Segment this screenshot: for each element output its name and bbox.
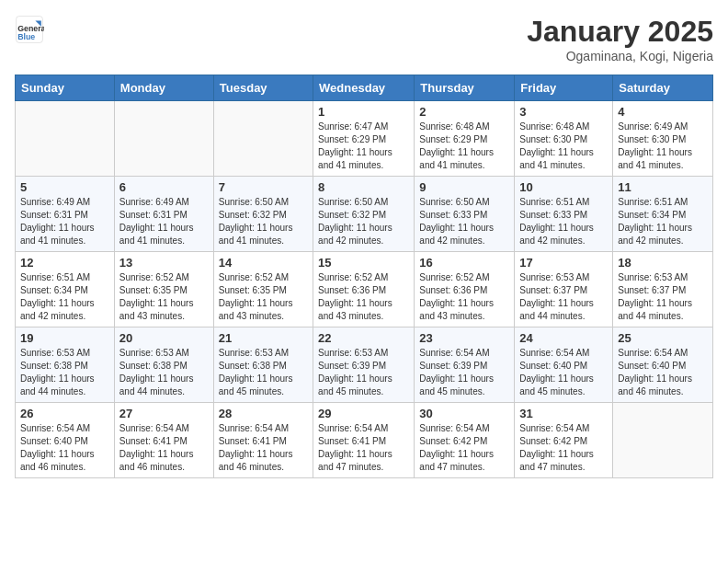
day-info: Sunrise: 6:54 AMSunset: 6:40 PMDaylight:… — [618, 347, 708, 398]
page-header: General Blue January 2025 Ogaminana, Kog… — [15, 15, 713, 63]
calendar-week-2: 5Sunrise: 6:49 AMSunset: 6:31 PMDaylight… — [16, 177, 713, 252]
day-number: 8 — [318, 180, 409, 194]
calendar-cell: 1Sunrise: 6:47 AMSunset: 6:29 PMDaylight… — [313, 101, 415, 177]
day-info: Sunrise: 6:49 AMSunset: 6:30 PMDaylight:… — [618, 121, 708, 172]
day-number: 9 — [419, 180, 509, 194]
day-number: 29 — [318, 407, 409, 420]
calendar-cell: 4Sunrise: 6:49 AMSunset: 6:30 PMDaylight… — [613, 101, 713, 177]
day-info: Sunrise: 6:50 AMSunset: 6:33 PMDaylight:… — [419, 196, 509, 247]
day-info: Sunrise: 6:49 AMSunset: 6:31 PMDaylight:… — [20, 196, 109, 247]
day-info: Sunrise: 6:53 AMSunset: 6:37 PMDaylight:… — [618, 271, 708, 323]
day-number: 24 — [519, 331, 608, 345]
calendar-cell — [114, 101, 213, 177]
calendar-cell: 30Sunrise: 6:54 AMSunset: 6:42 PMDayligh… — [415, 403, 515, 478]
day-number: 20 — [119, 331, 209, 345]
calendar-table: SundayMondayTuesdayWednesdayThursdayFrid… — [15, 75, 713, 478]
calendar-cell: 9Sunrise: 6:50 AMSunset: 6:33 PMDaylight… — [415, 177, 515, 252]
day-number: 21 — [219, 331, 308, 345]
day-info: Sunrise: 6:54 AMSunset: 6:41 PMDaylight:… — [219, 422, 308, 474]
day-number: 14 — [219, 256, 308, 270]
calendar-cell: 29Sunrise: 6:54 AMSunset: 6:41 PMDayligh… — [313, 403, 415, 478]
calendar-cell: 21Sunrise: 6:53 AMSunset: 6:38 PMDayligh… — [213, 327, 313, 403]
calendar-cell: 11Sunrise: 6:51 AMSunset: 6:34 PMDayligh… — [613, 177, 713, 252]
calendar-cell: 26Sunrise: 6:54 AMSunset: 6:40 PMDayligh… — [16, 403, 115, 478]
calendar-week-3: 12Sunrise: 6:51 AMSunset: 6:34 PMDayligh… — [16, 252, 713, 327]
day-number: 5 — [20, 180, 109, 194]
calendar-cell: 25Sunrise: 6:54 AMSunset: 6:40 PMDayligh… — [613, 327, 713, 403]
calendar-week-5: 26Sunrise: 6:54 AMSunset: 6:40 PMDayligh… — [16, 403, 713, 478]
day-number: 7 — [219, 180, 308, 194]
day-info: Sunrise: 6:54 AMSunset: 6:42 PMDaylight:… — [519, 422, 608, 474]
day-number: 22 — [318, 331, 409, 345]
weekday-header-saturday: Saturday — [613, 75, 713, 101]
calendar-cell: 5Sunrise: 6:49 AMSunset: 6:31 PMDaylight… — [16, 177, 115, 252]
day-number: 30 — [419, 407, 509, 420]
day-info: Sunrise: 6:54 AMSunset: 6:41 PMDaylight:… — [318, 422, 409, 474]
day-number: 17 — [519, 256, 608, 270]
day-number: 23 — [419, 331, 509, 345]
day-number: 3 — [519, 105, 608, 119]
calendar-cell: 28Sunrise: 6:54 AMSunset: 6:41 PMDayligh… — [213, 403, 313, 478]
svg-text:Blue: Blue — [17, 32, 35, 41]
day-info: Sunrise: 6:48 AMSunset: 6:30 PMDaylight:… — [519, 121, 608, 172]
day-info: Sunrise: 6:54 AMSunset: 6:40 PMDaylight:… — [519, 347, 608, 398]
calendar-cell: 23Sunrise: 6:54 AMSunset: 6:39 PMDayligh… — [415, 327, 515, 403]
calendar-cell: 7Sunrise: 6:50 AMSunset: 6:32 PMDaylight… — [213, 177, 313, 252]
calendar-cell: 6Sunrise: 6:49 AMSunset: 6:31 PMDaylight… — [114, 177, 213, 252]
day-number: 12 — [20, 256, 109, 270]
day-number: 28 — [219, 407, 308, 420]
day-number: 4 — [618, 105, 708, 119]
day-number: 18 — [618, 256, 708, 270]
day-number: 31 — [519, 407, 608, 420]
day-info: Sunrise: 6:52 AMSunset: 6:36 PMDaylight:… — [318, 271, 409, 323]
day-number: 27 — [119, 407, 209, 420]
weekday-header-thursday: Thursday — [415, 75, 515, 101]
day-info: Sunrise: 6:51 AMSunset: 6:34 PMDaylight:… — [618, 196, 708, 247]
day-number: 25 — [618, 331, 708, 345]
day-number: 6 — [119, 180, 209, 194]
day-number: 2 — [419, 105, 509, 119]
day-info: Sunrise: 6:52 AMSunset: 6:35 PMDaylight:… — [219, 271, 308, 323]
calendar-cell: 24Sunrise: 6:54 AMSunset: 6:40 PMDayligh… — [515, 327, 613, 403]
day-number: 15 — [318, 256, 409, 270]
day-info: Sunrise: 6:51 AMSunset: 6:34 PMDaylight:… — [20, 271, 109, 323]
calendar-cell: 20Sunrise: 6:53 AMSunset: 6:38 PMDayligh… — [114, 327, 213, 403]
day-info: Sunrise: 6:50 AMSunset: 6:32 PMDaylight:… — [318, 196, 409, 247]
calendar-week-1: 1Sunrise: 6:47 AMSunset: 6:29 PMDaylight… — [16, 101, 713, 177]
logo: General Blue — [15, 15, 48, 44]
calendar-cell: 18Sunrise: 6:53 AMSunset: 6:37 PMDayligh… — [613, 252, 713, 327]
weekday-header-friday: Friday — [515, 75, 613, 101]
weekday-header-wednesday: Wednesday — [313, 75, 415, 101]
weekday-header-monday: Monday — [114, 75, 213, 101]
day-info: Sunrise: 6:54 AMSunset: 6:40 PMDaylight:… — [20, 422, 109, 474]
calendar-cell: 17Sunrise: 6:53 AMSunset: 6:37 PMDayligh… — [515, 252, 613, 327]
calendar-header-row: SundayMondayTuesdayWednesdayThursdayFrid… — [16, 75, 713, 101]
calendar-cell: 10Sunrise: 6:51 AMSunset: 6:33 PMDayligh… — [515, 177, 613, 252]
day-number: 1 — [318, 105, 409, 119]
calendar-cell: 31Sunrise: 6:54 AMSunset: 6:42 PMDayligh… — [515, 403, 613, 478]
day-info: Sunrise: 6:53 AMSunset: 6:38 PMDaylight:… — [20, 347, 109, 398]
calendar-title: January 2025 — [527, 15, 713, 49]
day-info: Sunrise: 6:49 AMSunset: 6:31 PMDaylight:… — [119, 196, 209, 247]
logo-icon: General Blue — [15, 15, 44, 44]
day-info: Sunrise: 6:51 AMSunset: 6:33 PMDaylight:… — [519, 196, 608, 247]
calendar-cell: 3Sunrise: 6:48 AMSunset: 6:30 PMDaylight… — [515, 101, 613, 177]
calendar-cell: 12Sunrise: 6:51 AMSunset: 6:34 PMDayligh… — [16, 252, 115, 327]
day-number: 10 — [519, 180, 608, 194]
day-info: Sunrise: 6:52 AMSunset: 6:36 PMDaylight:… — [419, 271, 509, 323]
calendar-cell: 8Sunrise: 6:50 AMSunset: 6:32 PMDaylight… — [313, 177, 415, 252]
day-number: 26 — [20, 407, 109, 420]
day-number: 11 — [618, 180, 708, 194]
day-info: Sunrise: 6:53 AMSunset: 6:38 PMDaylight:… — [219, 347, 308, 398]
calendar-week-4: 19Sunrise: 6:53 AMSunset: 6:38 PMDayligh… — [16, 327, 713, 403]
calendar-cell: 2Sunrise: 6:48 AMSunset: 6:29 PMDaylight… — [415, 101, 515, 177]
day-info: Sunrise: 6:48 AMSunset: 6:29 PMDaylight:… — [419, 121, 509, 172]
day-info: Sunrise: 6:54 AMSunset: 6:39 PMDaylight:… — [419, 347, 509, 398]
calendar-cell: 19Sunrise: 6:53 AMSunset: 6:38 PMDayligh… — [16, 327, 115, 403]
weekday-header-sunday: Sunday — [16, 75, 115, 101]
day-info: Sunrise: 6:47 AMSunset: 6:29 PMDaylight:… — [318, 121, 409, 172]
day-info: Sunrise: 6:52 AMSunset: 6:35 PMDaylight:… — [119, 271, 209, 323]
calendar-cell — [613, 403, 713, 478]
day-info: Sunrise: 6:53 AMSunset: 6:39 PMDaylight:… — [318, 347, 409, 398]
calendar-cell — [16, 101, 115, 177]
